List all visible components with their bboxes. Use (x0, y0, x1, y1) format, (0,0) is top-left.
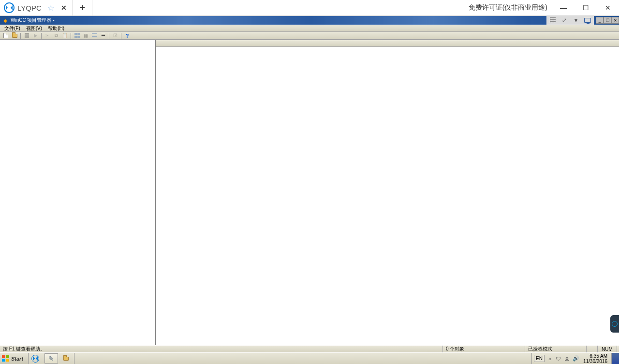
content-list[interactable] (156, 47, 619, 345)
teamviewer-session-tab[interactable]: LYQPC ☆ ✕ (0, 0, 73, 15)
clock-date: 11/30/2016 (583, 359, 607, 364)
teamviewer-top-bar: LYQPC ☆ ✕ + 免费许可证(仅非商业用途) ― ☐ ✕ (0, 0, 619, 16)
teamviewer-side-panel-tab[interactable] (610, 315, 619, 333)
fullscreen-toggle-button[interactable]: ⤢ (559, 16, 570, 24)
windows-logo-icon (2, 355, 10, 362)
status-object-count: 0 个对象 (443, 346, 525, 352)
show-desktop-button[interactable] (611, 353, 619, 364)
details-view-button[interactable]: ☰ (99, 32, 107, 39)
status-blank (587, 346, 598, 352)
status-numlock: NUM (598, 346, 617, 352)
remote-close-button[interactable]: ✕ (611, 17, 619, 24)
help-button[interactable]: ? (123, 32, 131, 39)
list-view-button (90, 32, 98, 39)
status-mode: 已授权模式 (525, 346, 587, 352)
new-tab-button[interactable]: + (73, 0, 92, 15)
window-title: WinCC 项目管理器 - (11, 17, 55, 24)
clock-time: 6:35 AM (583, 353, 607, 359)
start-label: Start (11, 356, 23, 362)
paste-button: 📋 (61, 32, 69, 39)
remote-window-controls: _ ❐ ✕ (596, 16, 619, 25)
app-icon: ◆ (2, 17, 9, 24)
status-bar: 按 F1 键查看帮助。 0 个对象 已授权模式 NUM (0, 345, 619, 352)
content-pane (156, 40, 619, 345)
quick-launch: ✎ (29, 353, 74, 364)
maximize-button[interactable]: ☐ (575, 0, 597, 15)
session-tab-name: LYQPC (17, 4, 42, 12)
taskbar-teamviewer-button[interactable] (30, 353, 44, 364)
menu-view[interactable]: 视图(V) (23, 25, 45, 32)
activate-button (23, 32, 30, 39)
window-controls: ― ☐ ✕ (552, 0, 619, 15)
license-text: 免费许可证(仅非商业用途) (464, 0, 552, 15)
tray-security-icon[interactable]: 🛡 (555, 355, 562, 362)
remote-title-bar: ◆ WinCC 项目管理器 - ⤢ ▾ _ ❐ ✕ (0, 16, 619, 25)
view-grid-button[interactable] (547, 16, 558, 24)
open-project-button[interactable] (11, 32, 18, 39)
teamviewer-mini-icon (612, 321, 618, 327)
new-project-button[interactable] (2, 32, 10, 39)
taskbar-clock[interactable]: 6:35 AM 11/30/2016 (581, 353, 609, 364)
large-icons-button (73, 32, 81, 39)
language-indicator[interactable]: EN (534, 355, 545, 362)
view-dropdown-button[interactable]: ▾ (571, 16, 581, 24)
taskbar-explorer-button[interactable] (59, 353, 73, 364)
monitor-select-button[interactable] (582, 16, 593, 24)
tray-volume-icon[interactable]: 🔊 (573, 355, 579, 362)
remote-minimize-button[interactable]: _ (596, 17, 604, 24)
copy-button: ⧉ (52, 32, 60, 39)
tray-expand-icon[interactable]: « (546, 355, 553, 362)
tray-network-icon[interactable]: 🖧 (564, 355, 571, 362)
windows-taskbar: Start ✎ EN « 🛡 🖧 🔊 6:35 AM 11/30/2016 (0, 352, 619, 364)
remote-restore-button[interactable]: ❐ (604, 17, 611, 24)
tab-close-button[interactable]: ✕ (59, 4, 69, 12)
cut-button: ✂ (44, 32, 51, 39)
start-button[interactable]: Start (0, 353, 29, 364)
toolbar: ✂ ⧉ 📋 ▦ ☰ ☑ ? (0, 32, 619, 40)
menu-bar: 文件(F) 视图(V) 帮助(H) (0, 25, 619, 32)
menu-help[interactable]: 帮助(H) (45, 25, 67, 32)
minimize-button[interactable]: ― (552, 0, 575, 15)
work-area (0, 40, 619, 345)
taskbar-wincc-button[interactable]: ✎ (44, 353, 58, 364)
favorite-star-icon[interactable]: ☆ (47, 3, 54, 13)
content-column-header[interactable] (156, 40, 619, 47)
properties-button: ☑ (111, 32, 119, 39)
close-button[interactable]: ✕ (597, 0, 619, 15)
system-tray: EN « 🛡 🖧 🔊 6:35 AM 11/30/2016 (531, 353, 611, 364)
menu-file[interactable]: 文件(F) (1, 25, 23, 32)
teamviewer-session-toolbar: ⤢ ▾ (546, 16, 594, 25)
small-icons-button: ▦ (82, 32, 89, 39)
teamviewer-logo-icon (4, 2, 15, 13)
status-help-hint: 按 F1 键查看帮助。 (0, 346, 443, 352)
run-button (31, 32, 39, 39)
project-tree-pane[interactable] (0, 40, 156, 345)
